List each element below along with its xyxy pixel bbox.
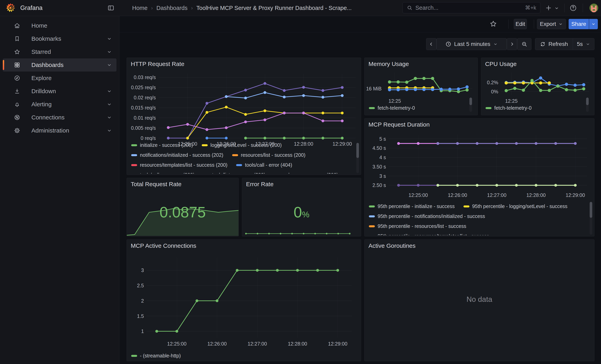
legend-swatch: [369, 206, 375, 207]
panel-title[interactable]: Active Goroutines: [369, 242, 416, 249]
add-chevron-down-icon[interactable]: [554, 6, 559, 11]
legend-item[interactable]: notifications/initialized - success (202…: [131, 152, 223, 158]
svg-text:4 s: 4 s: [379, 155, 386, 160]
breadcrumb-item[interactable]: Home: [132, 5, 148, 11]
memory-usage-chart[interactable]: 16 MiB12:25: [366, 70, 475, 103]
chevron-down-icon[interactable]: [107, 62, 112, 68]
legend-item[interactable]: 95th percentile - initialize - success: [369, 204, 455, 209]
svg-text:0 req/s: 0 req/s: [141, 135, 156, 141]
http-request-rate-chart[interactable]: 0 req/s0.005 req/s0.01 req/s0.015 req/s0…: [129, 70, 359, 150]
star-dashboard-icon[interactable]: [490, 20, 497, 27]
chevron-left-icon: [429, 41, 434, 47]
legend-item[interactable]: - (streamable-http): [131, 353, 181, 359]
edit-button[interactable]: Edit: [514, 19, 527, 29]
sidebar-item-alerting[interactable]: Alerting: [3, 98, 116, 111]
legend-item[interactable]: tools/call - error (404): [236, 162, 292, 168]
chevron-down-icon: [591, 22, 596, 26]
sidebar-item-home[interactable]: Home: [3, 19, 116, 32]
cpu-usage-chart[interactable]: 0.2%0%12:25: [483, 70, 592, 103]
panel-title[interactable]: Error Rate: [246, 181, 273, 187]
legend-item[interactable]: unknown - success (200): [274, 172, 338, 174]
panel-cpu-usage: CPU Usage 0.2%0%12:25 fetch-telemetry-0: [481, 58, 594, 115]
add-button[interactable]: [545, 4, 552, 11]
chevron-down-icon[interactable]: [107, 49, 112, 55]
sidebar-item-starred[interactable]: Starred: [3, 45, 116, 59]
sidebar-item-label: Connections: [31, 114, 107, 121]
sidebar-item-explore[interactable]: Explore: [3, 71, 116, 85]
legend-swatch: [232, 154, 238, 156]
sidebar-item-connections[interactable]: Connections: [3, 111, 116, 124]
legend-item[interactable]: resources/list - success (200): [232, 152, 305, 158]
sidebar-item-administration[interactable]: Administration: [3, 124, 116, 137]
legend-item[interactable]: logging/setLevel - success (200): [202, 142, 282, 148]
legend-swatch: [463, 206, 470, 207]
legend-item[interactable]: 95th percentile - notifications/initiali…: [369, 213, 485, 219]
chevron-down-icon[interactable]: [107, 89, 112, 94]
search-icon: [407, 5, 413, 11]
breadcrumb-item[interactable]: Dashboards: [156, 5, 187, 11]
svg-text:0.015 req/s: 0.015 req/s: [131, 105, 156, 110]
svg-text:0.025 req/s: 0.025 req/s: [131, 85, 156, 90]
svg-text:0.2%: 0.2%: [487, 80, 498, 85]
zoom-out-icon: [521, 41, 527, 47]
chevron-down-icon: [585, 42, 590, 47]
help-icon[interactable]: [570, 4, 577, 11]
chevron-down-icon[interactable]: [107, 36, 112, 41]
sidebar-nav: Home Bookmarks Starred Dashboards Explor…: [0, 16, 120, 364]
zoom-out-button[interactable]: [517, 38, 531, 50]
export-button[interactable]: Export: [537, 19, 566, 29]
sidebar-item-label: Home: [31, 22, 107, 29]
legend-scrollbar[interactable]: [356, 143, 359, 173]
clock-icon: [445, 41, 451, 47]
chevron-down-icon[interactable]: [107, 115, 112, 120]
sidebar-item-drilldown[interactable]: Drilldown: [3, 85, 116, 98]
share-button[interactable]: Share: [569, 19, 589, 29]
legend-item[interactable]: initialize - success (200): [131, 142, 193, 148]
sidebar-item-bookmarks[interactable]: Bookmarks: [3, 32, 116, 45]
legend-scrollbar[interactable]: [586, 98, 589, 112]
grafana-logo-icon[interactable]: [6, 3, 16, 13]
panel-title[interactable]: CPU Usage: [485, 61, 517, 67]
panel-title[interactable]: HTTP Request Rate: [131, 61, 184, 67]
svg-text:16 MiB: 16 MiB: [366, 86, 381, 91]
panel-title[interactable]: Total Request Rate: [131, 181, 181, 187]
dashboard-subheader: Edit Export Share: [120, 16, 601, 32]
share-chevron-button[interactable]: [589, 19, 598, 29]
mcp-request-duration-chart[interactable]: 5 s4.50 s4 s3.50 s3 s2.50 s12:25:0012:26…: [367, 131, 591, 200]
legend-item[interactable]: 95th percentile - resources/templates/li…: [369, 233, 489, 235]
subheader-divider: [508, 20, 509, 29]
legend-item[interactable]: fetch-telemetry-0: [369, 105, 415, 111]
refresh-interval-picker[interactable]: 5s: [573, 38, 594, 50]
legend-item[interactable]: tools/call - success (200): [131, 172, 195, 174]
legend-item[interactable]: tools/list - success (200): [203, 172, 265, 174]
panel-title[interactable]: MCP Request Duration: [369, 121, 430, 128]
legend-item[interactable]: fetch-telemetry-0: [486, 105, 532, 111]
avatar[interactable]: [590, 4, 598, 12]
legend-scrollbar[interactable]: [590, 202, 592, 235]
legend-scrollbar[interactable]: [470, 98, 472, 112]
sidebar-toggle-icon[interactable]: [107, 4, 114, 11]
legend-item[interactable]: 95th percentile - logging/setLevel - suc…: [463, 204, 567, 209]
panel-title[interactable]: MCP Active Connections: [131, 242, 196, 249]
time-back-button[interactable]: [426, 38, 436, 50]
time-forward-button[interactable]: [507, 38, 517, 50]
export-label: Export: [540, 21, 556, 27]
panel-title[interactable]: Memory Usage: [369, 61, 409, 67]
error-rate-sparkline[interactable]: [243, 231, 360, 236]
plug-icon: [14, 114, 20, 121]
chevron-down-icon[interactable]: [107, 101, 112, 107]
chevron-down-icon[interactable]: [107, 128, 112, 133]
svg-text:12:28:00: 12:28:00: [288, 341, 307, 346]
legend-item[interactable]: 95th percentile - resources/list - succe…: [369, 223, 466, 229]
sidebar-item-label: Explore: [31, 75, 107, 81]
legend-item[interactable]: resources/templates/list - success (200): [131, 162, 227, 168]
time-range-picker[interactable]: Last 5 minutes: [436, 38, 507, 50]
breadcrumb-separator: ›: [191, 5, 193, 11]
gear-icon: [14, 127, 20, 134]
svg-text:12:25:00: 12:25:00: [409, 192, 428, 198]
panel-error-rate: Error Rate 0%: [242, 178, 361, 236]
refresh-button[interactable]: Refresh: [535, 38, 573, 50]
sidebar-item-dashboards[interactable]: Dashboards: [3, 59, 116, 71]
search-input[interactable]: Search... ⌘+k: [402, 2, 540, 13]
mcp-active-connections-chart[interactable]: 32.521.5112:25:0012:26:0012:27:0012:28:0…: [129, 252, 358, 352]
